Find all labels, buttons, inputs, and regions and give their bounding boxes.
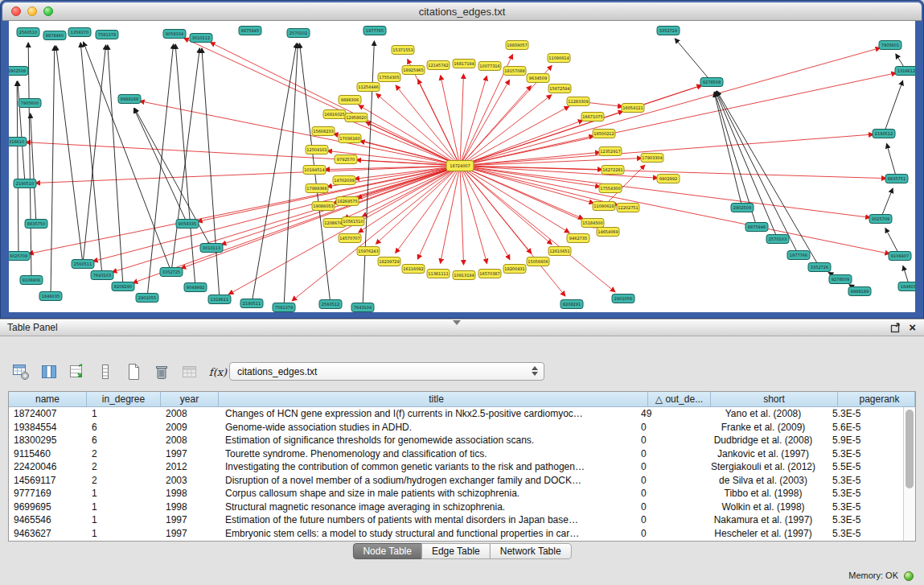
table-cell[interactable]: 14569117 bbox=[9, 475, 87, 486]
graph-node[interactable]: 11381111 bbox=[427, 270, 450, 278]
graph-node[interactable]: 3352725 bbox=[160, 268, 183, 277]
graph-node[interactable]: 8208290 bbox=[112, 282, 134, 291]
table-row[interactable]: 1938455462009Genome-wide association stu… bbox=[9, 421, 903, 435]
table-cell[interactable]: 2003 bbox=[161, 475, 219, 486]
table-cell[interactable]: 49 bbox=[636, 408, 699, 419]
graph-edge[interactable] bbox=[35, 166, 460, 183]
graph-node[interactable]: 2560511 bbox=[72, 260, 94, 269]
graph-node[interactable]: 8208291 bbox=[561, 300, 583, 309]
table-cell[interactable]: 5.3E-5 bbox=[826, 501, 903, 513]
graph-node[interactable]: 2570103 bbox=[766, 235, 789, 244]
graph-edge[interactable] bbox=[884, 80, 903, 134]
graph-edge[interactable] bbox=[363, 41, 374, 307]
table-cell[interactable]: 2009 bbox=[161, 422, 219, 433]
table-cell[interactable]: Nakamura et al. (1997) bbox=[699, 514, 826, 525]
delete-table-icon[interactable] bbox=[150, 360, 173, 383]
table-cell[interactable]: 5.3E-5 bbox=[826, 488, 903, 499]
table-cell[interactable]: Yano et al. (2008) bbox=[699, 408, 826, 419]
graph-node[interactable]: 15976243 bbox=[357, 247, 380, 256]
network-canvas[interactable]: 1872400710194514125041011560823316816025… bbox=[9, 21, 915, 312]
tab-network-table[interactable]: Network Table bbox=[490, 543, 572, 559]
graph-node[interactable]: 18724007 bbox=[446, 161, 474, 171]
graph-node[interactable]: 7905600 bbox=[18, 99, 41, 108]
graph-node[interactable]: 3025709 bbox=[869, 215, 892, 224]
column-header-out-de[interactable]: △ out_de... bbox=[648, 392, 711, 406]
network-graph-svg[interactable]: 1872400710194514125041011560823316816025… bbox=[9, 21, 915, 312]
table-row[interactable]: 911546021997Tourette syndrome. Phenomeno… bbox=[9, 447, 903, 461]
graph-edge[interactable] bbox=[460, 166, 569, 233]
float-panel-icon[interactable] bbox=[890, 323, 901, 333]
table-cell[interactable]: 5.3E-5 bbox=[826, 475, 903, 486]
graph-node[interactable]: 12352917 bbox=[599, 147, 622, 156]
graph-node[interactable]: 2190510 bbox=[14, 179, 36, 188]
graph-node[interactable]: 14702039 bbox=[333, 176, 355, 185]
graph-edge[interactable] bbox=[284, 43, 298, 307]
table-cell[interactable]: Stergiakouli et al. (2012) bbox=[699, 461, 826, 472]
graph-node[interactable]: 11090618 bbox=[593, 202, 615, 211]
table-cell[interactable]: Wolkin et al. (1998) bbox=[699, 501, 826, 513]
graph-node[interactable]: 18839057 bbox=[506, 41, 528, 50]
table-cell[interactable]: de Silva et al. (2003) bbox=[699, 475, 826, 486]
graph-node[interactable]: 8835750 bbox=[25, 220, 47, 229]
column-header-in-degree[interactable]: in_degree bbox=[87, 392, 161, 406]
table-cell[interactable]: 18724007 bbox=[9, 408, 87, 419]
graph-edge[interactable] bbox=[28, 43, 31, 280]
graph-node[interactable]: 7581379 bbox=[273, 303, 295, 312]
graph-node[interactable]: 2560510 bbox=[17, 28, 39, 37]
graph-node[interactable]: 1316610 bbox=[9, 138, 27, 146]
column-header-pagerank[interactable]: pagerank bbox=[838, 392, 915, 406]
table-cell[interactable]: 0 bbox=[636, 514, 699, 525]
graph-node[interactable]: 3352724 bbox=[657, 27, 680, 35]
graph-edge[interactable] bbox=[175, 44, 195, 287]
column-header-year[interactable]: year bbox=[161, 392, 219, 406]
graph-edge[interactable] bbox=[84, 42, 171, 272]
graph-node[interactable]: 12202751 bbox=[617, 204, 639, 212]
graph-edge[interactable] bbox=[460, 166, 487, 263]
graph-node[interactable]: 8875945 bbox=[239, 27, 261, 35]
table-cell[interactable]: Genome-wide association studies in ADHD. bbox=[219, 422, 636, 433]
graph-node[interactable]: 9106907 bbox=[889, 252, 911, 261]
table-cell[interactable]: Estimation of significance thresholds fo… bbox=[219, 435, 636, 446]
graph-node[interactable]: 10561510 bbox=[342, 217, 364, 226]
graph-node[interactable]: 8878460 bbox=[43, 31, 66, 40]
graph-edge[interactable] bbox=[460, 73, 896, 166]
graph-node[interactable]: 9634509 bbox=[527, 74, 549, 83]
graph-edge[interactable] bbox=[211, 43, 460, 166]
graph-edge[interactable] bbox=[441, 76, 460, 166]
graph-node[interactable]: 2902509 bbox=[731, 204, 754, 212]
graph-node[interactable]: 11254446 bbox=[357, 83, 380, 92]
table-row[interactable]: 977716911998Corpus callosum shape and si… bbox=[9, 487, 903, 501]
scrollbar-thumb[interactable] bbox=[906, 410, 914, 488]
graph-node[interactable]: 8835751 bbox=[885, 175, 908, 183]
table-cell[interactable]: 0 bbox=[636, 461, 699, 472]
graph-edge[interactable] bbox=[460, 134, 873, 166]
graph-node[interactable]: 9058335 bbox=[176, 220, 199, 229]
graph-node[interactable]: 18925965 bbox=[402, 66, 425, 75]
graph-edge[interactable] bbox=[675, 39, 712, 82]
table-row[interactable]: 2242004622012Investigating the contribut… bbox=[9, 460, 903, 474]
add-column-icon[interactable] bbox=[66, 360, 88, 383]
table-panel-header[interactable]: Table Panel × bbox=[0, 319, 924, 336]
graph-node[interactable]: 7581378 bbox=[96, 31, 118, 39]
graph-node[interactable]: 1316611 bbox=[208, 295, 231, 304]
graph-node[interactable]: 15371553 bbox=[392, 46, 414, 55]
graph-node[interactable]: 17999366 bbox=[306, 184, 328, 193]
table-cell[interactable]: 0 bbox=[636, 528, 699, 539]
graph-edge[interactable] bbox=[460, 166, 565, 296]
graph-node[interactable]: 2560512 bbox=[319, 300, 342, 309]
graph-node[interactable]: 14654069 bbox=[597, 228, 619, 237]
graph-node[interactable]: 9278508 bbox=[700, 78, 723, 87]
graph-node[interactable]: 16570387 bbox=[478, 270, 501, 278]
table-cell[interactable]: 1997 bbox=[161, 514, 219, 525]
column-header-name[interactable]: name bbox=[9, 392, 87, 406]
graph-node[interactable]: 2901055 bbox=[136, 294, 158, 303]
graph-node[interactable]: 12145742 bbox=[427, 61, 450, 70]
table-cell[interactable]: 0 bbox=[636, 435, 699, 446]
graph-edge[interactable] bbox=[133, 109, 187, 224]
graph-node[interactable]: 18239729 bbox=[378, 257, 400, 266]
table-row[interactable]: 946362711997Embryonic stem cells: a mode… bbox=[9, 527, 903, 541]
table-cell[interactable]: Disruption of a novel member of a sodium… bbox=[219, 475, 636, 486]
graph-edge[interactable] bbox=[56, 46, 83, 264]
graph-node[interactable]: 17036160 bbox=[339, 134, 361, 143]
graph-node[interactable]: 16817194 bbox=[453, 60, 475, 68]
